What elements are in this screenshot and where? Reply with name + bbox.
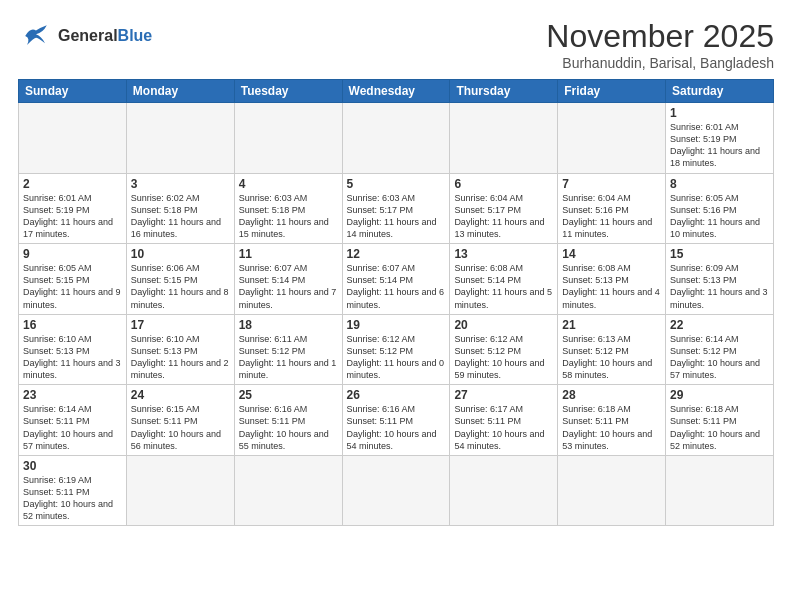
day-info: Sunrise: 6:08 AM Sunset: 5:14 PM Dayligh… [454,262,553,311]
day-info: Sunrise: 6:05 AM Sunset: 5:16 PM Dayligh… [670,192,769,241]
day-info: Sunrise: 6:10 AM Sunset: 5:13 PM Dayligh… [23,333,122,382]
table-row [342,455,450,526]
day-info: Sunrise: 6:06 AM Sunset: 5:15 PM Dayligh… [131,262,230,311]
calendar-table: Sunday Monday Tuesday Wednesday Thursday… [18,79,774,526]
table-row: 26Sunrise: 6:16 AM Sunset: 5:11 PM Dayli… [342,385,450,456]
day-info: Sunrise: 6:11 AM Sunset: 5:12 PM Dayligh… [239,333,338,382]
day-info: Sunrise: 6:05 AM Sunset: 5:15 PM Dayligh… [23,262,122,311]
day-number: 6 [454,177,553,191]
table-row [450,455,558,526]
table-row: 12Sunrise: 6:07 AM Sunset: 5:14 PM Dayli… [342,244,450,315]
day-info: Sunrise: 6:14 AM Sunset: 5:12 PM Dayligh… [670,333,769,382]
day-number: 23 [23,388,122,402]
table-row [126,455,234,526]
table-row: 20Sunrise: 6:12 AM Sunset: 5:12 PM Dayli… [450,314,558,385]
logo-blue: Blue [118,27,153,44]
header-monday: Monday [126,80,234,103]
weekday-header-row: Sunday Monday Tuesday Wednesday Thursday… [19,80,774,103]
table-row [342,103,450,174]
day-info: Sunrise: 6:07 AM Sunset: 5:14 PM Dayligh… [239,262,338,311]
table-row: 17Sunrise: 6:10 AM Sunset: 5:13 PM Dayli… [126,314,234,385]
day-number: 8 [670,177,769,191]
table-row: 13Sunrise: 6:08 AM Sunset: 5:14 PM Dayli… [450,244,558,315]
table-row: 15Sunrise: 6:09 AM Sunset: 5:13 PM Dayli… [666,244,774,315]
table-row: 11Sunrise: 6:07 AM Sunset: 5:14 PM Dayli… [234,244,342,315]
day-info: Sunrise: 6:12 AM Sunset: 5:12 PM Dayligh… [454,333,553,382]
day-number: 7 [562,177,661,191]
logo-general: General [58,27,118,44]
day-info: Sunrise: 6:15 AM Sunset: 5:11 PM Dayligh… [131,403,230,452]
table-row: 7Sunrise: 6:04 AM Sunset: 5:16 PM Daylig… [558,173,666,244]
table-row: 21Sunrise: 6:13 AM Sunset: 5:12 PM Dayli… [558,314,666,385]
month-year-title: November 2025 [546,18,774,55]
day-number: 30 [23,459,122,473]
day-info: Sunrise: 6:18 AM Sunset: 5:11 PM Dayligh… [562,403,661,452]
day-info: Sunrise: 6:03 AM Sunset: 5:18 PM Dayligh… [239,192,338,241]
table-row: 3Sunrise: 6:02 AM Sunset: 5:18 PM Daylig… [126,173,234,244]
table-row: 23Sunrise: 6:14 AM Sunset: 5:11 PM Dayli… [19,385,127,456]
day-number: 10 [131,247,230,261]
location-subtitle: Burhanuddin, Barisal, Bangladesh [546,55,774,71]
calendar-page: GeneralBlue November 2025 Burhanuddin, B… [0,0,792,612]
day-number: 18 [239,318,338,332]
table-row [558,103,666,174]
table-row: 29Sunrise: 6:18 AM Sunset: 5:11 PM Dayli… [666,385,774,456]
header-sunday: Sunday [19,80,127,103]
day-number: 9 [23,247,122,261]
table-row: 4Sunrise: 6:03 AM Sunset: 5:18 PM Daylig… [234,173,342,244]
day-number: 3 [131,177,230,191]
table-row: 6Sunrise: 6:04 AM Sunset: 5:17 PM Daylig… [450,173,558,244]
header-wednesday: Wednesday [342,80,450,103]
day-info: Sunrise: 6:19 AM Sunset: 5:11 PM Dayligh… [23,474,122,523]
day-info: Sunrise: 6:14 AM Sunset: 5:11 PM Dayligh… [23,403,122,452]
title-block: November 2025 Burhanuddin, Barisal, Bang… [546,18,774,71]
day-info: Sunrise: 6:09 AM Sunset: 5:13 PM Dayligh… [670,262,769,311]
table-row [234,103,342,174]
table-row: 5Sunrise: 6:03 AM Sunset: 5:17 PM Daylig… [342,173,450,244]
day-number: 12 [347,247,446,261]
table-row: 10Sunrise: 6:06 AM Sunset: 5:15 PM Dayli… [126,244,234,315]
table-row: 22Sunrise: 6:14 AM Sunset: 5:12 PM Dayli… [666,314,774,385]
day-number: 5 [347,177,446,191]
day-number: 28 [562,388,661,402]
header-friday: Friday [558,80,666,103]
table-row [558,455,666,526]
table-row: 24Sunrise: 6:15 AM Sunset: 5:11 PM Dayli… [126,385,234,456]
table-row: 1Sunrise: 6:01 AM Sunset: 5:19 PM Daylig… [666,103,774,174]
header-thursday: Thursday [450,80,558,103]
day-info: Sunrise: 6:01 AM Sunset: 5:19 PM Dayligh… [23,192,122,241]
table-row: 8Sunrise: 6:05 AM Sunset: 5:16 PM Daylig… [666,173,774,244]
day-info: Sunrise: 6:04 AM Sunset: 5:17 PM Dayligh… [454,192,553,241]
day-info: Sunrise: 6:07 AM Sunset: 5:14 PM Dayligh… [347,262,446,311]
table-row: 14Sunrise: 6:08 AM Sunset: 5:13 PM Dayli… [558,244,666,315]
day-number: 1 [670,106,769,120]
day-number: 13 [454,247,553,261]
day-info: Sunrise: 6:08 AM Sunset: 5:13 PM Dayligh… [562,262,661,311]
day-number: 4 [239,177,338,191]
day-number: 17 [131,318,230,332]
day-number: 14 [562,247,661,261]
table-row [126,103,234,174]
header-tuesday: Tuesday [234,80,342,103]
day-number: 15 [670,247,769,261]
day-info: Sunrise: 6:17 AM Sunset: 5:11 PM Dayligh… [454,403,553,452]
table-row: 30Sunrise: 6:19 AM Sunset: 5:11 PM Dayli… [19,455,127,526]
table-row [19,103,127,174]
day-number: 25 [239,388,338,402]
day-number: 29 [670,388,769,402]
day-number: 27 [454,388,553,402]
day-info: Sunrise: 6:10 AM Sunset: 5:13 PM Dayligh… [131,333,230,382]
day-info: Sunrise: 6:03 AM Sunset: 5:17 PM Dayligh… [347,192,446,241]
logo-text: GeneralBlue [58,27,152,45]
table-row: 16Sunrise: 6:10 AM Sunset: 5:13 PM Dayli… [19,314,127,385]
day-info: Sunrise: 6:04 AM Sunset: 5:16 PM Dayligh… [562,192,661,241]
table-row: 25Sunrise: 6:16 AM Sunset: 5:11 PM Dayli… [234,385,342,456]
logo: GeneralBlue [18,18,152,54]
table-row [234,455,342,526]
table-row: 9Sunrise: 6:05 AM Sunset: 5:15 PM Daylig… [19,244,127,315]
table-row [450,103,558,174]
day-info: Sunrise: 6:02 AM Sunset: 5:18 PM Dayligh… [131,192,230,241]
day-info: Sunrise: 6:13 AM Sunset: 5:12 PM Dayligh… [562,333,661,382]
table-row: 27Sunrise: 6:17 AM Sunset: 5:11 PM Dayli… [450,385,558,456]
header-saturday: Saturday [666,80,774,103]
